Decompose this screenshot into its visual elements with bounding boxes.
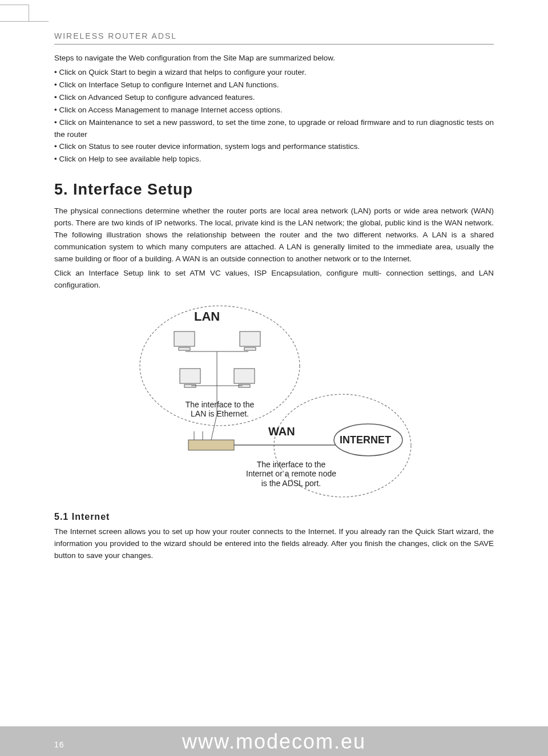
diagram-label-wan: WAN bbox=[268, 423, 295, 440]
section-5-heading: 5. Interface Setup bbox=[54, 178, 494, 202]
body-text: Steps to navigate the Web configuration … bbox=[54, 52, 494, 562]
svg-rect-2 bbox=[174, 331, 195, 346]
diagram-label-internet: INTERNET bbox=[340, 432, 391, 448]
section-5-paragraph-2: Click an Interface Setup link to set ATM… bbox=[54, 268, 494, 292]
svg-rect-4 bbox=[240, 331, 260, 346]
intro-paragraph: Steps to navigate the Web configuration … bbox=[54, 52, 494, 64]
diagram-caption-wan: The interface to the Internet or a remot… bbox=[243, 460, 340, 488]
svg-rect-3 bbox=[179, 347, 190, 350]
svg-rect-5 bbox=[244, 347, 256, 350]
header-rule bbox=[54, 44, 494, 45]
running-header: WIRELESS ROUTER ADSL bbox=[54, 31, 494, 41]
steps-list: Click on Quick Start to begin a wizard t… bbox=[54, 67, 494, 165]
list-item: Click on Maintenance to set a new passwo… bbox=[54, 117, 494, 141]
footer-url: www.modecom.eu bbox=[0, 730, 548, 754]
list-item: Click on Help to see available help topi… bbox=[54, 153, 494, 165]
diagram-label-lan: LAN bbox=[194, 307, 220, 326]
diagram-caption-lan: The interface to the LAN is Ethernet. bbox=[183, 400, 257, 419]
section-5-paragraph-1: The physical connections determine wheth… bbox=[54, 205, 494, 265]
svg-rect-6 bbox=[180, 369, 200, 383]
svg-rect-8 bbox=[234, 369, 255, 383]
list-item: Click on Quick Start to begin a wizard t… bbox=[54, 67, 494, 79]
list-item: Click on Status to see router device inf… bbox=[54, 141, 494, 153]
network-diagram: LAN WAN INTERNET The interface to the LA… bbox=[131, 300, 417, 500]
page-tab-line bbox=[0, 21, 49, 22]
page-tab-decor bbox=[0, 5, 29, 22]
list-item: Click on Interface Setup to configure In… bbox=[54, 79, 494, 91]
list-item: Click on Access Management to manage Int… bbox=[54, 104, 494, 116]
section-5-1-paragraph: The Internet screen allows you to set up… bbox=[54, 526, 494, 562]
svg-rect-13 bbox=[188, 440, 234, 450]
list-item: Click on Advanced Setup to configure adv… bbox=[54, 92, 494, 104]
page-footer: 16 www.modecom.eu bbox=[0, 726, 548, 756]
section-5-1-heading: 5.1 Internet bbox=[54, 510, 494, 524]
page-content: WIRELESS ROUTER ADSL Steps to navigate t… bbox=[54, 31, 494, 564]
